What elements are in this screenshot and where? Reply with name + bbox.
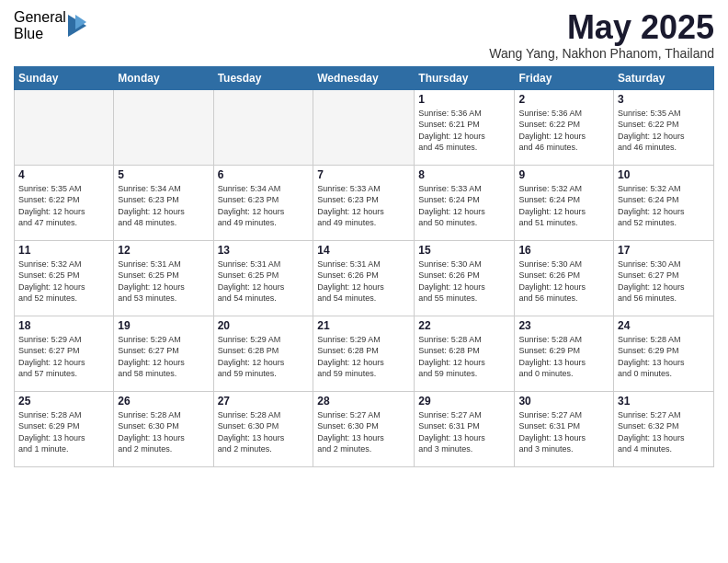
day-info: Sunrise: 5:31 AM Sunset: 6:26 PM Dayligh… [317,259,410,304]
col-friday: Friday [515,66,614,89]
table-row: 11Sunrise: 5:32 AM Sunset: 6:25 PM Dayli… [15,240,114,316]
day-number: 26 [118,395,209,408]
day-number: 25 [18,395,109,408]
table-row: 25Sunrise: 5:28 AM Sunset: 6:29 PM Dayli… [15,391,114,466]
day-info: Sunrise: 5:29 AM Sunset: 6:28 PM Dayligh… [317,334,410,380]
table-row: 6Sunrise: 5:34 AM Sunset: 6:23 PM Daylig… [213,165,313,240]
day-info: Sunrise: 5:28 AM Sunset: 6:29 PM Dayligh… [18,409,109,455]
calendar-table: Sunday Monday Tuesday Wednesday Thursday… [14,66,714,467]
day-number: 5 [118,168,209,181]
table-row: 8Sunrise: 5:33 AM Sunset: 6:24 PM Daylig… [415,165,515,240]
day-number: 17 [618,244,710,257]
table-row: 22Sunrise: 5:28 AM Sunset: 6:28 PM Dayli… [415,316,515,391]
page: General Blue May 2025 Wang Yang, Nakhon … [0,0,728,563]
day-number: 21 [317,319,410,332]
table-row: 12Sunrise: 5:31 AM Sunset: 6:25 PM Dayli… [114,240,213,316]
table-row [313,89,415,165]
day-number: 11 [18,244,109,257]
table-row: 18Sunrise: 5:29 AM Sunset: 6:27 PM Dayli… [15,316,114,391]
table-row: 13Sunrise: 5:31 AM Sunset: 6:25 PM Dayli… [213,240,313,316]
day-info: Sunrise: 5:32 AM Sunset: 6:24 PM Dayligh… [518,183,609,229]
day-info: Sunrise: 5:28 AM Sunset: 6:30 PM Dayligh… [218,409,310,455]
day-number: 7 [317,168,410,181]
day-info: Sunrise: 5:29 AM Sunset: 6:28 PM Dayligh… [218,334,310,380]
table-row: 19Sunrise: 5:29 AM Sunset: 6:27 PM Dayli… [114,316,213,391]
table-row: 26Sunrise: 5:28 AM Sunset: 6:30 PM Dayli… [114,391,213,466]
day-number: 23 [518,319,609,332]
table-row: 4Sunrise: 5:35 AM Sunset: 6:22 PM Daylig… [15,165,114,240]
day-info: Sunrise: 5:35 AM Sunset: 6:22 PM Dayligh… [18,183,109,229]
table-row: 1Sunrise: 5:36 AM Sunset: 6:21 PM Daylig… [415,89,515,165]
logo-icon [68,15,86,37]
day-number: 8 [418,168,510,181]
day-number: 2 [518,93,609,106]
col-sunday: Sunday [15,66,114,89]
logo-text: General Blue [14,9,66,41]
table-row: 30Sunrise: 5:27 AM Sunset: 6:31 PM Dayli… [515,391,614,466]
table-row: 31Sunrise: 5:27 AM Sunset: 6:32 PM Dayli… [614,391,714,466]
day-number: 12 [118,244,209,257]
table-row: 9Sunrise: 5:32 AM Sunset: 6:24 PM Daylig… [515,165,614,240]
day-info: Sunrise: 5:30 AM Sunset: 6:27 PM Dayligh… [618,259,710,304]
table-row: 20Sunrise: 5:29 AM Sunset: 6:28 PM Dayli… [213,316,313,391]
month-title: May 2025 [489,9,714,46]
col-thursday: Thursday [415,66,515,89]
title-section: May 2025 Wang Yang, Nakhon Phanom, Thail… [489,9,714,61]
day-info: Sunrise: 5:27 AM Sunset: 6:30 PM Dayligh… [317,409,410,455]
day-info: Sunrise: 5:29 AM Sunset: 6:27 PM Dayligh… [18,334,109,380]
calendar-week-row: 25Sunrise: 5:28 AM Sunset: 6:29 PM Dayli… [15,391,714,466]
day-info: Sunrise: 5:36 AM Sunset: 6:21 PM Dayligh… [418,108,510,154]
day-number: 3 [618,93,710,106]
table-row: 23Sunrise: 5:28 AM Sunset: 6:29 PM Dayli… [515,316,614,391]
table-row: 29Sunrise: 5:27 AM Sunset: 6:31 PM Dayli… [415,391,515,466]
day-info: Sunrise: 5:28 AM Sunset: 6:29 PM Dayligh… [518,334,609,380]
col-tuesday: Tuesday [213,66,313,89]
col-saturday: Saturday [614,66,714,89]
day-number: 24 [618,319,710,332]
table-row: 24Sunrise: 5:28 AM Sunset: 6:29 PM Dayli… [614,316,714,391]
logo: General Blue [14,9,86,41]
day-number: 20 [218,319,310,332]
table-row: 14Sunrise: 5:31 AM Sunset: 6:26 PM Dayli… [313,240,415,316]
table-row [114,89,213,165]
day-info: Sunrise: 5:29 AM Sunset: 6:27 PM Dayligh… [118,334,209,380]
day-number: 28 [317,395,410,408]
day-info: Sunrise: 5:27 AM Sunset: 6:31 PM Dayligh… [518,409,609,455]
day-info: Sunrise: 5:36 AM Sunset: 6:22 PM Dayligh… [518,108,609,154]
day-info: Sunrise: 5:27 AM Sunset: 6:32 PM Dayligh… [618,409,710,455]
day-number: 6 [218,168,310,181]
table-row [15,89,114,165]
col-wednesday: Wednesday [313,66,415,89]
table-row: 2Sunrise: 5:36 AM Sunset: 6:22 PM Daylig… [515,89,614,165]
day-info: Sunrise: 5:34 AM Sunset: 6:23 PM Dayligh… [118,183,209,229]
calendar-week-row: 4Sunrise: 5:35 AM Sunset: 6:22 PM Daylig… [15,165,714,240]
day-info: Sunrise: 5:33 AM Sunset: 6:23 PM Dayligh… [317,183,410,229]
calendar-header-row: Sunday Monday Tuesday Wednesday Thursday… [15,66,714,89]
day-info: Sunrise: 5:32 AM Sunset: 6:25 PM Dayligh… [18,259,109,304]
calendar-week-row: 18Sunrise: 5:29 AM Sunset: 6:27 PM Dayli… [15,316,714,391]
day-info: Sunrise: 5:28 AM Sunset: 6:28 PM Dayligh… [418,334,510,380]
day-number: 31 [618,395,710,408]
day-number: 29 [418,395,510,408]
table-row: 16Sunrise: 5:30 AM Sunset: 6:26 PM Dayli… [515,240,614,316]
header: General Blue May 2025 Wang Yang, Nakhon … [14,9,714,61]
day-info: Sunrise: 5:31 AM Sunset: 6:25 PM Dayligh… [218,259,310,304]
day-number: 30 [518,395,609,408]
col-monday: Monday [114,66,213,89]
table-row: 5Sunrise: 5:34 AM Sunset: 6:23 PM Daylig… [114,165,213,240]
calendar-week-row: 11Sunrise: 5:32 AM Sunset: 6:25 PM Dayli… [15,240,714,316]
table-row: 21Sunrise: 5:29 AM Sunset: 6:28 PM Dayli… [313,316,415,391]
table-row: 15Sunrise: 5:30 AM Sunset: 6:26 PM Dayli… [415,240,515,316]
day-number: 9 [518,168,609,181]
day-number: 1 [418,93,510,106]
day-info: Sunrise: 5:30 AM Sunset: 6:26 PM Dayligh… [418,259,510,304]
day-number: 15 [418,244,510,257]
table-row [213,89,313,165]
day-info: Sunrise: 5:34 AM Sunset: 6:23 PM Dayligh… [218,183,310,229]
day-info: Sunrise: 5:31 AM Sunset: 6:25 PM Dayligh… [118,259,209,304]
day-number: 10 [618,168,710,181]
day-number: 13 [218,244,310,257]
table-row: 28Sunrise: 5:27 AM Sunset: 6:30 PM Dayli… [313,391,415,466]
logo-general: General [14,9,66,26]
day-info: Sunrise: 5:28 AM Sunset: 6:30 PM Dayligh… [118,409,209,455]
